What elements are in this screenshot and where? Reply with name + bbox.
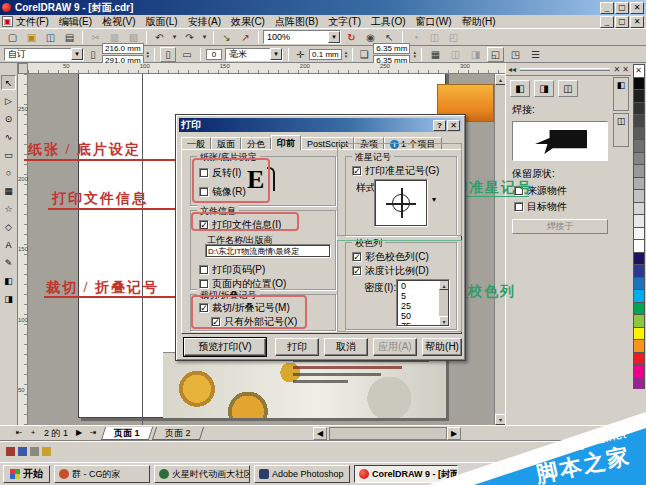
checkbox-box[interactable]: ✓	[199, 303, 209, 313]
menu-bitmaps[interactable]: 点阵图(B)	[275, 15, 318, 29]
palette-swatch[interactable]	[633, 239, 645, 252]
start-button[interactable]: 开始	[3, 465, 50, 483]
save-icon[interactable]: ◫	[42, 30, 59, 45]
menu-text[interactable]: 文字(T)	[328, 15, 361, 29]
palette-swatch[interactable]	[633, 127, 645, 140]
page-tab-2[interactable]: 页面 2	[151, 427, 203, 440]
weld-mode-icon[interactable]: ◧	[510, 80, 530, 97]
palette-swatch[interactable]	[633, 139, 645, 152]
dup-down-icon[interactable]: ▾	[413, 54, 416, 58]
no-color-swatch[interactable]: ✕	[633, 64, 645, 77]
pick-tool-icon[interactable]: ↖	[1, 75, 16, 90]
next-page-icon[interactable]: ▶	[72, 427, 86, 440]
dialog-help-icon[interactable]: ?	[433, 120, 446, 131]
fill-tool-icon[interactable]: ◧	[1, 273, 16, 288]
registration-style-preview[interactable]	[374, 179, 428, 227]
last-page-icon[interactable]: ⇥	[86, 427, 100, 440]
doc-minimize-icon[interactable]: _	[600, 16, 614, 28]
docker-close-icon[interactable]: ✕	[614, 65, 621, 74]
palette-swatch[interactable]	[633, 189, 645, 202]
docker-collapse-icon[interactable]: ◂◂	[508, 65, 516, 74]
docker-tab-shaping[interactable]: ◧	[613, 77, 629, 111]
menu-arrange[interactable]: 安排(A)	[188, 15, 221, 29]
size-spin-down-icon[interactable]: ▾	[147, 54, 150, 58]
redo-dropdown-icon[interactable]: ▾	[200, 30, 209, 45]
print-preview-button[interactable]: 预览打印(V)	[184, 338, 266, 356]
density-scroll-down-icon[interactable]: ▾	[439, 316, 449, 326]
palette-swatch[interactable]	[633, 214, 645, 227]
menu-edit[interactable]: 编辑(E)	[59, 15, 92, 29]
doc-close-icon[interactable]: ✕	[630, 16, 644, 28]
trim-mode-icon[interactable]: ◨	[534, 80, 554, 97]
vertical-ruler[interactable]: 250 200 150 100 50	[18, 74, 28, 425]
import-icon[interactable]: ↘	[218, 30, 235, 45]
open-icon[interactable]: ▣	[23, 30, 40, 45]
print-file-info-checkbox[interactable]: ✓ 打印文件信息(I)	[199, 218, 281, 232]
hscroll-right-icon[interactable]: ▶	[447, 427, 461, 440]
checkbox-box[interactable]	[199, 265, 209, 275]
menu-view[interactable]: 检视(V)	[102, 15, 135, 29]
snap-guidelines-icon[interactable]: ◫	[447, 47, 464, 62]
zoom-dropdown-icon[interactable]: ▾	[328, 31, 340, 43]
zoom-level-combo[interactable]: 100% ▾	[263, 30, 341, 44]
source-object-checkbox[interactable]: 来源物件	[506, 183, 631, 199]
exterior-only-checkbox[interactable]: ✓ 只有外部记号(X)	[211, 315, 297, 329]
minimize-icon[interactable]: _	[600, 2, 614, 14]
density-list-item[interactable]: 50	[401, 311, 439, 321]
palette-swatch[interactable]	[633, 202, 645, 215]
undo-icon[interactable]: ↶	[151, 30, 168, 45]
ruler-origin[interactable]	[18, 63, 28, 74]
checkbox-box[interactable]: ✓	[352, 266, 362, 276]
paper-preset-combo[interactable]: 自订 ▾	[4, 48, 84, 61]
close-icon[interactable]: ✕	[630, 2, 644, 14]
page-tab-1[interactable]: 页面 1	[101, 427, 153, 440]
palette-swatch[interactable]	[633, 352, 645, 365]
target-object-checkbox[interactable]: 目标物件	[506, 199, 631, 215]
palette-swatch[interactable]	[633, 227, 645, 240]
maximize-icon[interactable]: ▢	[615, 2, 629, 14]
palette-swatch[interactable]	[633, 314, 645, 327]
taskbar-item-qq[interactable]: 群 - CG的家	[54, 465, 150, 483]
checkbox-box[interactable]	[199, 279, 209, 289]
units-dropdown-icon[interactable]: ▾	[270, 48, 282, 60]
palette-swatch[interactable]	[633, 364, 645, 377]
palette-swatch[interactable]	[633, 377, 645, 390]
palette-swatch[interactable]	[633, 152, 645, 165]
eyedropper-tool-icon[interactable]: ◇	[1, 219, 16, 234]
intersect-mode-icon[interactable]: ◫	[558, 80, 578, 97]
options-icon[interactable]: ☰	[527, 47, 544, 62]
redo-icon[interactable]: ↷	[181, 30, 198, 45]
palette-swatch[interactable]	[633, 177, 645, 190]
crop-marks-checkbox[interactable]: ✓ 裁切/折叠记号(M)	[199, 301, 290, 315]
landscape-button[interactable]: ▭	[179, 47, 195, 62]
job-name-input[interactable]	[205, 244, 331, 258]
preset-dropdown-icon[interactable]: ▾	[71, 48, 83, 60]
palette-swatch[interactable]	[633, 164, 645, 177]
docker-close2-icon[interactable]: ✕	[622, 65, 629, 74]
print-page-numbers-checkbox[interactable]: 打印页码(P)	[199, 263, 265, 277]
density-listbox[interactable]: 05255075 ▴ ▾	[396, 279, 450, 327]
horizontal-scrollbar[interactable]	[329, 427, 447, 440]
palette-swatch[interactable]	[633, 302, 645, 315]
checkbox-box[interactable]: ✓	[199, 220, 209, 230]
duplicate-x-field[interactable]: 6.35 mm	[373, 43, 410, 54]
density-list-item[interactable]: 75	[401, 321, 439, 327]
weld-to-button[interactable]: 焊接于	[512, 219, 608, 234]
palette-swatch[interactable]	[633, 89, 645, 102]
help-button[interactable]: 帮助(H)	[422, 338, 462, 356]
palette-swatch[interactable]	[633, 339, 645, 352]
graphics-icon[interactable]: ◰	[445, 30, 462, 45]
menu-file[interactable]: 文件(F)	[16, 15, 49, 29]
text-tool-icon[interactable]: A	[1, 237, 16, 252]
densitometer-checkbox[interactable]: ✓ 浓度计比例(D)	[352, 264, 429, 278]
paper-width-field[interactable]: 216.0 mm	[102, 43, 144, 54]
mirror-checkbox[interactable]: 镜像(R)	[199, 185, 246, 199]
dialog-close-icon[interactable]: ✕	[447, 120, 460, 131]
hscroll-left-icon[interactable]: ◀	[313, 427, 327, 440]
checkbox-box[interactable]: ✓	[352, 166, 362, 176]
checkbox-box[interactable]	[514, 186, 524, 196]
docker-grip[interactable]	[520, 68, 610, 71]
palette-swatch[interactable]	[633, 277, 645, 290]
marquee-icon[interactable]: ◳	[507, 47, 524, 62]
menu-tools[interactable]: 工具(O)	[371, 15, 405, 29]
